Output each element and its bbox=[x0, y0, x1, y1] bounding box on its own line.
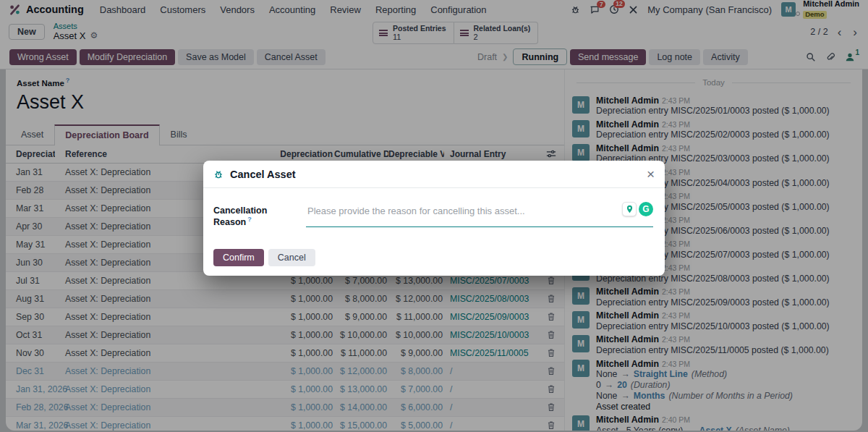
cancel-asset-modal: Cancel Asset × Cancellation Reason? G Co… bbox=[203, 161, 665, 276]
cancellation-reason-wrap: G bbox=[306, 203, 653, 227]
modal-title: Cancel Asset bbox=[230, 169, 296, 180]
modal-header: Cancel Asset × bbox=[203, 161, 665, 188]
confirm-button[interactable]: Confirm bbox=[213, 249, 264, 266]
cancellation-reason-label: Cancellation Reason? bbox=[213, 203, 306, 227]
extension-icons: G bbox=[622, 202, 653, 216]
modal-body: Cancellation Reason? G bbox=[203, 188, 665, 249]
close-icon[interactable]: × bbox=[647, 167, 655, 181]
cancel-button[interactable]: Cancel bbox=[268, 249, 315, 266]
cancellation-reason-input[interactable] bbox=[306, 203, 653, 221]
bug-icon bbox=[213, 169, 224, 179]
pin-extension-icon[interactable] bbox=[622, 202, 637, 216]
help-icon: ? bbox=[247, 216, 252, 223]
modal-footer: Confirm Cancel bbox=[203, 249, 665, 276]
grammarly-icon[interactable]: G bbox=[639, 202, 653, 216]
